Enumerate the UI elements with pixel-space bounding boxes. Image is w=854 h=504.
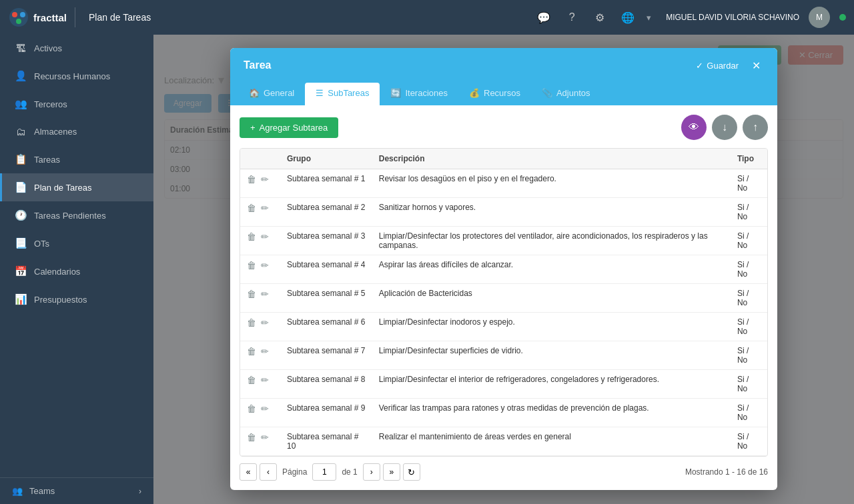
delete-icon[interactable]: 🗑	[247, 260, 256, 271]
sidebar-label-calendarios: Calendarios	[34, 267, 80, 277]
edit-icon[interactable]: ✏	[261, 174, 269, 185]
paperclip-icon: 📎	[542, 88, 552, 98]
delete-icon[interactable]: 🗑	[247, 317, 256, 328]
refresh-button[interactable]: ↻	[403, 463, 420, 481]
delete-icon[interactable]: 🗑	[247, 403, 256, 414]
delete-icon[interactable]: 🗑	[247, 174, 256, 185]
row-actions: 🗑 ✏	[240, 313, 280, 341]
edit-icon[interactable]: ✏	[261, 231, 269, 242]
chat-icon[interactable]: 💬	[534, 8, 553, 27]
sidebar-item-activos[interactable]: 🏗 Activos	[0, 35, 153, 62]
row-actions: 🗑 ✏	[240, 370, 280, 399]
sidebar-label-presupuestos: Presupuestos	[34, 295, 87, 305]
table-row: 🗑 ✏ Subtarea semanal # 10 Realizar el ma…	[240, 427, 767, 456]
table-row: 🗑 ✏ Subtarea semanal # 7 Limpiar/Desinfe…	[240, 341, 767, 370]
row-grupo: Subtarea semanal # 4	[280, 255, 372, 284]
row-descripcion: Realizar el mantenimiento de áreas verde…	[372, 427, 731, 456]
row-grupo: Subtarea semanal # 7	[280, 341, 372, 370]
rrhh-icon: 👤	[14, 70, 27, 82]
modal-close-button[interactable]: ✕	[748, 57, 764, 73]
edit-icon[interactable]: ✏	[261, 432, 269, 443]
avatar: M	[809, 7, 830, 28]
row-tipo: Si / No	[731, 313, 767, 341]
app-name: fracttal	[33, 12, 67, 23]
edit-icon[interactable]: ✏	[261, 375, 269, 385]
help-icon[interactable]: ?	[562, 8, 581, 27]
eye-view-button[interactable]: 👁	[681, 115, 707, 140]
row-grupo: Subtarea semanal # 10	[280, 427, 372, 456]
sidebar-item-almacenes[interactable]: 🗂 Almacenes	[0, 118, 153, 145]
next-page-button[interactable]: ›	[363, 463, 380, 481]
move-down-button[interactable]: ↓	[712, 115, 737, 140]
sidebar-item-calendarios[interactable]: 📅 Calendarios	[0, 257, 153, 285]
table-row: 🗑 ✏ Subtarea semanal # 5 Aplicación de B…	[240, 284, 767, 313]
prev-page-button[interactable]: ‹	[260, 463, 277, 481]
delete-icon[interactable]: 🗑	[247, 289, 256, 299]
globe-icon[interactable]: 🌐	[618, 8, 637, 27]
sidebar-item-recursos-humanos[interactable]: 👤 Recursos Humanos	[0, 62, 153, 90]
row-tipo: Si / No	[731, 341, 767, 370]
close-icon: ✕	[752, 59, 761, 72]
edit-icon[interactable]: ✏	[261, 289, 269, 299]
row-tipo: Si / No	[731, 198, 767, 227]
table-row: 🗑 ✏ Subtarea semanal # 3 Limpiar/Desinfe…	[240, 227, 767, 255]
sidebar-item-plan-de-tareas[interactable]: 📄 Plan de Tareas	[0, 173, 153, 201]
delete-icon[interactable]: 🗑	[247, 432, 256, 443]
tareas-pendientes-icon: 🕐	[14, 209, 27, 221]
page-input[interactable]	[312, 463, 336, 481]
tab-iteraciones[interactable]: 🔄 Iteraciones	[380, 83, 458, 105]
sidebar-label-activos: Activos	[34, 43, 62, 53]
sidebar-label-terceros: Terceros	[34, 99, 67, 109]
sidebar-item-tareas-pendientes[interactable]: 🕐 Tareas Pendientes	[0, 201, 153, 229]
sidebar-item-terceros[interactable]: 👥 Terceros	[0, 90, 153, 118]
modal-pagination: « ‹ Página de 1 › » ↻ Mostrando 1 - 16 d…	[240, 457, 768, 481]
sidebar-item-teams[interactable]: 👥 Teams ›	[0, 477, 153, 504]
tab-general[interactable]: 🏠 General	[238, 83, 305, 105]
teams-label: Teams	[29, 486, 55, 496]
last-page-button[interactable]: »	[383, 463, 400, 481]
edit-icon[interactable]: ✏	[261, 203, 269, 213]
sidebar: 🏗 Activos 👤 Recursos Humanos 👥 Terceros …	[0, 35, 153, 504]
svg-point-2	[20, 12, 25, 17]
row-grupo: Subtarea semanal # 1	[280, 169, 372, 198]
sidebar-label-ots: OTs	[34, 239, 49, 249]
row-descripcion: Limpiar/Desinfectar los protectores del …	[372, 227, 731, 255]
tareas-icon: 📋	[14, 153, 27, 165]
pagination-info: Mostrando 1 - 16 de 16	[685, 467, 768, 477]
edit-icon[interactable]: ✏	[261, 317, 269, 328]
delete-icon[interactable]: 🗑	[247, 203, 256, 213]
table-row: 🗑 ✏ Subtarea semanal # 8 Limpiar/Desinfe…	[240, 370, 767, 399]
tab-adjuntos[interactable]: 📎 Adjuntos	[531, 83, 601, 105]
language-icon[interactable]: ⚙	[590, 8, 609, 27]
sidebar-item-presupuestos[interactable]: 📊 Presupuestos	[0, 285, 153, 313]
refresh-icon: 🔄	[390, 88, 401, 98]
main-content: ✓ Guardar ✕ Cerrar Localización: ▾ ✕ Agr…	[153, 35, 854, 504]
topbar-icons: 💬 ? ⚙ 🌐 ▾ MIGUEL DAVID VILORIA SCHAVINO …	[534, 7, 846, 28]
row-actions: 🗑 ✏	[240, 227, 280, 255]
first-page-button[interactable]: «	[240, 463, 257, 481]
row-tipo: Si / No	[731, 227, 767, 255]
move-up-button[interactable]: ↑	[743, 115, 768, 140]
delete-icon[interactable]: 🗑	[247, 375, 256, 385]
sidebar-item-ots[interactable]: 📃 OTs	[0, 229, 153, 257]
sidebar-item-tareas[interactable]: 📋 Tareas	[0, 145, 153, 173]
add-subtask-button[interactable]: + Agregar Subtarea	[240, 117, 338, 138]
sidebar-label-almacenes: Almacenes	[34, 127, 77, 137]
tab-subtareas[interactable]: ☰ SubTareas	[305, 83, 380, 105]
edit-icon[interactable]: ✏	[261, 403, 269, 414]
edit-icon[interactable]: ✏	[261, 346, 269, 357]
tab-recursos[interactable]: 💰 Recursos	[458, 83, 531, 105]
money-icon: 💰	[469, 88, 480, 98]
row-actions: 🗑 ✏	[240, 255, 280, 284]
edit-icon[interactable]: ✏	[261, 260, 269, 271]
row-descripcion: Limpiar/Desinfectar superficies de vidri…	[372, 341, 731, 370]
col-tipo: Tipo	[731, 149, 767, 169]
modal-save-button[interactable]: ✓ Guardar	[696, 61, 739, 71]
row-actions: 🗑 ✏	[240, 198, 280, 227]
teams-icon: 👥	[12, 486, 23, 496]
col-descripcion: Descripción	[372, 149, 731, 169]
delete-icon[interactable]: 🗑	[247, 346, 256, 357]
table-row: 🗑 ✏ Subtarea semanal # 6 Limpiar/Desinfe…	[240, 313, 767, 341]
svg-point-1	[12, 12, 17, 17]
delete-icon[interactable]: 🗑	[247, 231, 256, 242]
